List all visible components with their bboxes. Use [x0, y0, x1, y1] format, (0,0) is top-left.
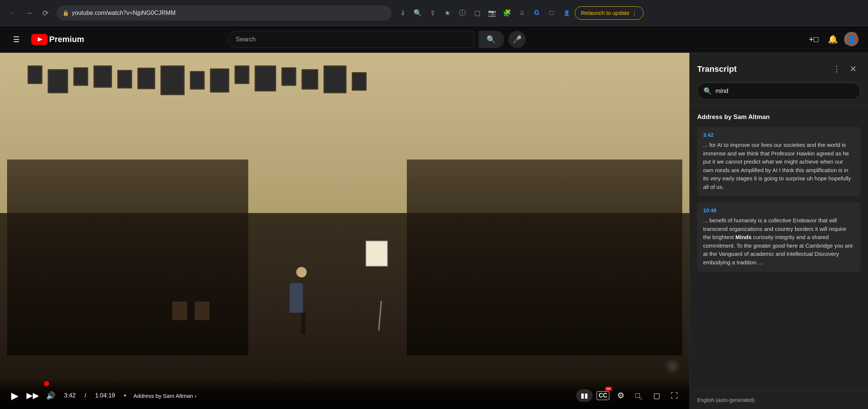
speaker-body: [290, 283, 303, 313]
youtube-logo-icon: [31, 34, 48, 45]
media-icon[interactable]: ♫: [515, 6, 529, 20]
menu-button[interactable]: ☰: [9, 32, 24, 47]
lock-icon: 🔒: [63, 10, 69, 16]
current-time: 3:42: [64, 392, 76, 399]
youtube-app: ☰ Premium 🔍 🎤 +□ 🔔: [0, 26, 868, 409]
bell-icon: 🔔: [828, 35, 838, 44]
user-avatar[interactable]: 👤: [844, 32, 859, 47]
frame-14: [323, 65, 347, 93]
timestamp-1[interactable]: 3:42: [703, 132, 855, 138]
video-title-control[interactable]: Address by Sam Altman ›: [134, 393, 197, 399]
forward-button[interactable]: →: [22, 6, 36, 20]
address-bar[interactable]: 🔒 youtube.com/watch?v=NjpNG0CJRMM: [57, 6, 392, 20]
profile-avatar[interactable]: 👤: [560, 6, 573, 20]
transcript-close-button[interactable]: ✕: [846, 62, 861, 77]
frame-2: [48, 69, 68, 93]
reload-button[interactable]: ⟳: [39, 6, 52, 20]
transcript-segment-2[interactable]: 10:49 ... benefit of humanity is a colle…: [697, 202, 861, 272]
transcript-search-input[interactable]: [715, 88, 854, 94]
podium-stand: [301, 312, 306, 335]
audience-left: [7, 160, 248, 355]
total-time: 1:04:19: [95, 392, 115, 399]
watermark: [663, 357, 682, 376]
more-vertical-icon: ⋮: [833, 64, 841, 74]
play-icon: ▶: [11, 390, 19, 402]
transcript-footer: English (auto-generated): [690, 391, 868, 409]
volume-icon: 🔊: [46, 391, 55, 400]
transcript-segment-1[interactable]: 3:42 ... for AI to improve our lives our…: [697, 127, 861, 196]
hc-badge: HC: [605, 387, 612, 391]
transcript-text-2: ... benefit of humanity is a collective …: [703, 216, 855, 267]
transcript-header: Transcript ⋮ ✕ 🔍: [690, 53, 868, 106]
browser-actions: ⇓ 🔍 ⇪ ★ ⓘ ▢ 📷 🧩 ♫ G □ 👤 Relaunch to upda…: [396, 6, 644, 20]
back-button[interactable]: ←: [6, 6, 19, 20]
transcript-search-icon: 🔍: [703, 87, 712, 95]
transcript-panel: Transcript ⋮ ✕ 🔍 Address b: [689, 53, 868, 409]
search-bar[interactable]: [228, 31, 474, 48]
create-button[interactable]: +□: [805, 31, 822, 48]
theater-icon: ▢: [653, 391, 660, 400]
relaunch-button[interactable]: Relaunch to update ⋮: [575, 6, 644, 20]
next-button[interactable]: ▶▶: [25, 388, 40, 403]
miniplayer-button[interactable]: □□: [631, 388, 646, 403]
download-icon[interactable]: ⇓: [396, 6, 409, 20]
search-container: 🔍 🎤: [228, 31, 526, 48]
info-icon[interactable]: ⓘ: [456, 6, 469, 20]
frame-5: [117, 70, 132, 88]
time-separator: /: [84, 392, 86, 399]
browser-nav: ← → ⟳: [6, 6, 52, 20]
chevron-right-icon: ›: [195, 393, 197, 399]
frame-6: [137, 68, 155, 89]
frame-15: [352, 72, 367, 91]
sidebar-toggle-icon[interactable]: □: [545, 6, 558, 20]
search-input[interactable]: [236, 36, 466, 43]
cc-icon: CC: [597, 391, 609, 400]
play-button[interactable]: ▶: [7, 388, 22, 403]
theater-button[interactable]: ▢: [649, 388, 664, 403]
notifications-button[interactable]: 🔔: [825, 31, 841, 48]
search-button[interactable]: 🔍: [479, 31, 504, 48]
frame-9: [210, 68, 229, 93]
avatar-image: 👤: [848, 35, 856, 44]
hamburger-icon: ☰: [13, 35, 20, 44]
pause-toggle[interactable]: ▮▮: [576, 389, 593, 402]
transcript-more-button[interactable]: ⋮: [829, 62, 844, 77]
voice-search-button[interactable]: 🎤: [508, 31, 526, 48]
google-icon[interactable]: G: [530, 6, 543, 20]
timestamp-2[interactable]: 10:49: [703, 207, 855, 213]
cc-button[interactable]: CC HC: [596, 388, 610, 403]
mute-button[interactable]: 🔊: [43, 388, 58, 403]
video-controls: ▶ ▶▶ 🔊 3:42 / 1:04:19 • Address: [0, 379, 689, 409]
frame-13: [301, 69, 318, 90]
bookmark-icon[interactable]: ★: [441, 6, 454, 20]
transcript-body: Address by Sam Altman 3:42 ... for AI to…: [690, 106, 868, 391]
zoom-icon[interactable]: 🔍: [411, 6, 424, 20]
fullscreen-button[interactable]: ⛶: [667, 388, 682, 403]
share-icon[interactable]: ⇪: [426, 6, 439, 20]
youtube-wordmark: Premium: [49, 35, 84, 44]
transcript-text-1: ... for AI to improve our lives our soci…: [703, 141, 855, 191]
video-frame: [0, 53, 689, 409]
puzzle-icon[interactable]: 🧩: [500, 6, 514, 20]
youtube-logo[interactable]: Premium: [31, 34, 84, 45]
settings-button[interactable]: ⚙: [613, 388, 628, 403]
camera-icon[interactable]: 📷: [485, 6, 499, 20]
chair-2: [195, 302, 210, 320]
relaunch-chevron-icon: ⋮: [632, 10, 637, 16]
pause-icon: ▮▮: [581, 392, 588, 400]
video-title-text: Address by Sam Altman: [134, 393, 193, 399]
frame-10: [234, 65, 249, 84]
tab-icon[interactable]: ▢: [470, 6, 484, 20]
chair-1: [172, 302, 187, 320]
youtube-header: ☰ Premium 🔍 🎤 +□ 🔔: [0, 26, 868, 53]
transcript-title: Transcript: [697, 64, 737, 74]
video-player[interactable]: ▶ ▶▶ 🔊 3:42 / 1:04:19 • Address: [0, 53, 689, 409]
speaker-area: [296, 312, 311, 338]
speaker-head: [296, 267, 307, 277]
microphone-icon: 🎤: [513, 35, 522, 44]
transcript-video-title: Address by Sam Altman: [697, 113, 861, 121]
fullscreen-icon: ⛶: [671, 392, 678, 400]
transcript-search-bar[interactable]: 🔍: [697, 83, 861, 100]
stage-chairs: [172, 302, 210, 320]
frame-1: [28, 65, 42, 84]
